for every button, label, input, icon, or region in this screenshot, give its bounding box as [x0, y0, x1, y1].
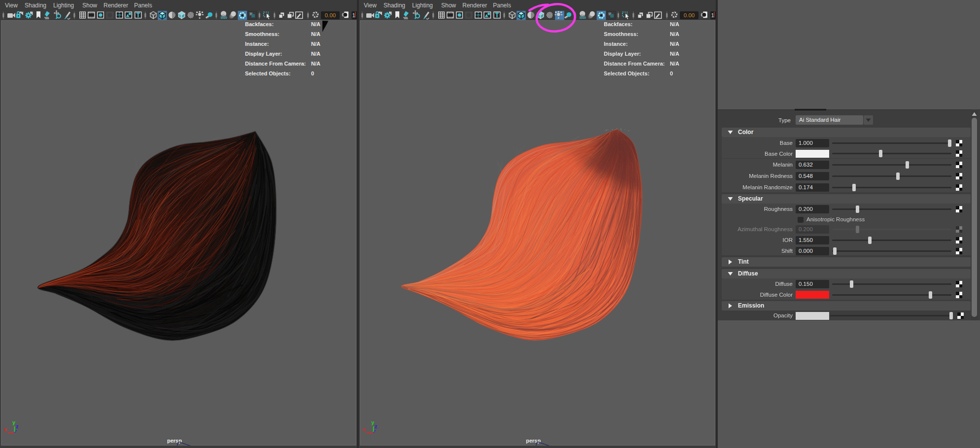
svg-text:y: y	[12, 419, 16, 425]
svg-text:0.00: 0.00	[684, 12, 695, 18]
svg-text:0.00: 0.00	[325, 12, 336, 18]
svg-text:z: z	[16, 423, 19, 429]
svg-text:x: x	[363, 426, 366, 432]
svg-text:1: 1	[711, 12, 714, 18]
svg-text:y: y	[371, 419, 375, 425]
svg-text:x: x	[4, 426, 7, 432]
svg-text:1: 1	[352, 12, 355, 18]
svg-text:z: z	[375, 423, 378, 429]
